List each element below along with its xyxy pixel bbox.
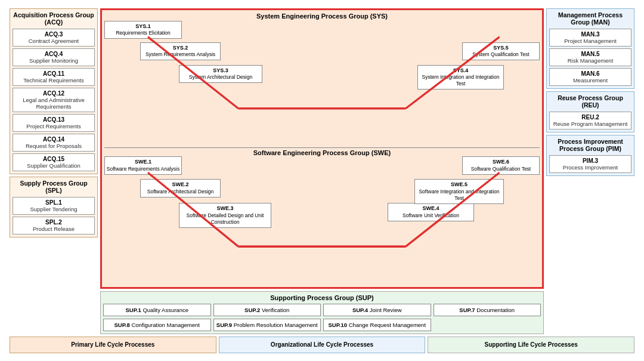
acq4-box: ACQ.4 Supplier Monitoring [13, 48, 95, 66]
sup-grid: SUP.1 Quality Assurance SUP.2 Verificati… [103, 304, 541, 331]
spl1-box: SPL.1 Supplier Tendering [13, 197, 95, 215]
sup2-box: SUP.2 Verification [213, 304, 321, 316]
supporting-label: Supporting Life Cycle Processes [428, 337, 634, 353]
sup1-box: SUP.1 Quality Assurance [103, 304, 211, 316]
pim-group: Process Improvement Process Group (PIM) … [546, 135, 634, 176]
acq-group: Acquisition Process Group (ACQ) ACQ.3 Co… [10, 8, 98, 174]
sup-title: Supporting Process Group (SUP) [103, 294, 541, 301]
acq-group-title: Acquisition Process Group (ACQ) [13, 11, 95, 26]
spl-group-title: Supply Process Group (SPL) [13, 180, 95, 194]
right-column: Management Process Group (MAN) MAN.3 Pro… [546, 8, 634, 334]
spl-group: Supply Process Group (SPL) SPL.1 Supplie… [10, 177, 98, 237]
spl2-box: SPL.2 Product Release [13, 217, 95, 235]
reu-group: Reuse Process Group (REU) REU.2 Reuse Pr… [546, 91, 634, 132]
main-row: Acquisition Process Group (ACQ) ACQ.3 Co… [10, 8, 634, 334]
primary-label: Primary Life Cycle Processes [10, 337, 216, 353]
sup8-box: SUP.8 Configuration Management [103, 319, 211, 331]
sup-area: Supporting Process Group (SUP) SUP.1 Qua… [100, 291, 544, 334]
sup9-box: SUP.9 Problem Resolution Management [213, 319, 321, 331]
sup7-box: SUP.7 Documentation [434, 304, 541, 316]
swe3-box: SWE.3 Software Detailed Design and Unit … [179, 203, 271, 228]
man5-box: MAN.5 Risk Management [549, 48, 631, 66]
left-column: Acquisition Process Group (ACQ) ACQ.3 Co… [10, 8, 98, 334]
pim-group-title: Process Improvement Process Group (PIM) [549, 138, 631, 152]
swe4-box: SWE.4 Software Unit Verification [388, 203, 474, 221]
bottom-labels: Primary Life Cycle Processes Organizatio… [10, 337, 634, 353]
man-group-title: Management Process Group (MAN) [549, 11, 631, 26]
sup-empty [434, 319, 541, 331]
sys2-box: SYS.2 System Requirements Analysis [140, 42, 221, 61]
reu2-box: REU.2 Reuse Program Management [549, 112, 631, 129]
pim3-box: PIM.3 Process Improvement [549, 155, 631, 173]
swe2-box: SWE.2 Software Architectural Design [140, 179, 221, 198]
swe1-box: SWE.1 Software Requirements Analysis [104, 156, 182, 175]
man6-box: MAN.6 Measurement [549, 68, 631, 86]
swe6-box: SWE.6 Software Qualification Test [462, 156, 540, 175]
swe-part: Software Engineering Process Group (SWE)… [104, 147, 540, 285]
sys5-box: SYS.5 System Qualification Test [462, 42, 540, 61]
sup4-box: SUP.4 Joint Review [323, 304, 431, 316]
swe5-box: SWE.5 Software Integration and Integrati… [414, 179, 504, 204]
man3-box: MAN.3 Project Management [549, 29, 631, 47]
sup10-box: SUP.10 Change Request Management [323, 319, 431, 331]
acq14-box: ACQ.14 Request for Proposals [13, 134, 95, 152]
diagram-wrapper: Acquisition Process Group (ACQ) ACQ.3 Co… [6, 5, 638, 357]
acq15-box: ACQ.15 Supplier Qualification [13, 153, 95, 171]
sys-title: System Engineering Process Group (SYS) [104, 13, 540, 20]
swe-title: Software Engineering Process Group (SWE) [104, 149, 540, 156]
center-column: System Engineering Process Group (SYS) S… [100, 8, 544, 334]
sys-part: System Engineering Process Group (SYS) S… [104, 13, 540, 148]
acq12-box: ACQ.12 Legal and Administrative Requirem… [13, 88, 95, 112]
acq11-box: ACQ.11 Technical Requirements [13, 68, 95, 86]
reu-group-title: Reuse Process Group (REU) [549, 94, 631, 109]
sys1-box: SYS.1 Requirements Elicitation [104, 21, 182, 39]
sys3-box: SYS.3 System Architectural Design [179, 65, 262, 84]
man-group: Management Process Group (MAN) MAN.3 Pro… [546, 8, 634, 89]
org-label: Organizational Life Cycle Processes [219, 337, 426, 353]
acq13-box: ACQ.13 Project Requirements [13, 114, 95, 132]
sys-swe-wrapper: System Engineering Process Group (SYS) S… [100, 8, 544, 289]
sys4-box: SYS.4 System Integration and Integration… [417, 65, 504, 90]
acq3-box: ACQ.3 Contract Agreement [13, 29, 95, 47]
